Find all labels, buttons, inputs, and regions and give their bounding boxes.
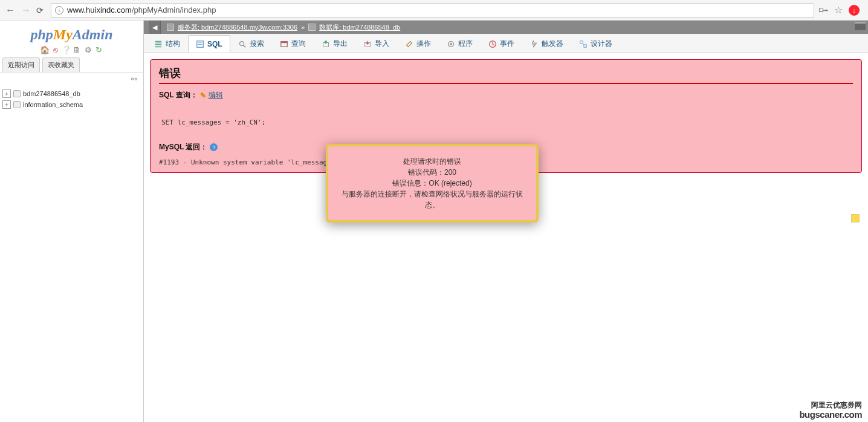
dialog-line: 错误信息：OK (rejected) bbox=[339, 178, 525, 189]
search-icon bbox=[238, 40, 247, 48]
branding-line1: 阿里云优惠券网 bbox=[799, 401, 862, 409]
home-icon[interactable]: 🏠 bbox=[40, 45, 49, 54]
extension-icon[interactable]: ↓ bbox=[849, 5, 860, 16]
svg-rect-16 bbox=[584, 44, 586, 47]
bookmark-icon[interactable] bbox=[851, 214, 860, 222]
database-icon bbox=[13, 101, 21, 108]
sql-icon[interactable]: 🗎 bbox=[73, 45, 82, 54]
svg-rect-15 bbox=[580, 41, 582, 43]
database-icon bbox=[308, 24, 316, 31]
server-icon bbox=[167, 24, 174, 31]
tab-export[interactable]: 导出 bbox=[314, 35, 355, 53]
breadcrumb-database[interactable]: 数据库: bdm274886548_db bbox=[319, 23, 400, 32]
docs-icon[interactable]: ❔ bbox=[62, 45, 71, 54]
mysql-return-label: MySQL 返回： bbox=[159, 142, 207, 152]
svg-rect-4 bbox=[198, 42, 202, 43]
tab-query[interactable]: 查询 bbox=[272, 35, 314, 53]
breadcrumb-sep: » bbox=[301, 24, 305, 31]
breadcrumb-server[interactable]: 服务器: bdm274886548.my3w.com:3306 bbox=[178, 23, 297, 32]
triggers-icon bbox=[530, 40, 539, 48]
sidebar-tab-favorites[interactable]: 表收藏夹 bbox=[42, 57, 80, 72]
db-tree: + bdm274886548_db + information_schema bbox=[0, 86, 143, 112]
browser-toolbar: ← → ⟳ i www.huixindc.com/phpMyAdmin/inde… bbox=[0, 0, 868, 21]
tab-search[interactable]: 搜索 bbox=[230, 35, 272, 53]
sidebar-tab-recent[interactable]: 近期访问 bbox=[2, 57, 40, 72]
help-icon[interactable]: ? bbox=[210, 143, 218, 151]
settings-icon[interactable]: ⚙ bbox=[84, 45, 92, 54]
branding-line2: bugscaner.com bbox=[799, 410, 862, 420]
error-dialog: 处理请求时的错误 错误代码：200 错误信息：OK (rejected) 与服务… bbox=[326, 144, 539, 222]
sidebar-tabs: 近期访问 表收藏夹 bbox=[0, 57, 143, 73]
sql-query-row: SQL 查询： ✎ 编辑 bbox=[159, 90, 853, 100]
designer-icon bbox=[579, 40, 588, 48]
import-icon bbox=[363, 40, 372, 48]
link-icon[interactable]: ⚯ bbox=[0, 73, 143, 86]
collapse-top-button[interactable] bbox=[855, 22, 866, 30]
reload-button[interactable]: ⟳ bbox=[36, 5, 46, 15]
edit-icon: ✎ bbox=[200, 91, 206, 100]
operations-icon bbox=[405, 40, 413, 48]
tab-import[interactable]: 导入 bbox=[355, 35, 397, 53]
dialog-line: 错误代码：200 bbox=[339, 167, 525, 178]
tab-routines[interactable]: 程序 bbox=[439, 35, 481, 53]
bookmark-star-icon[interactable]: ☆ bbox=[834, 4, 843, 16]
export-icon bbox=[322, 40, 330, 48]
events-icon bbox=[488, 40, 497, 48]
expand-icon[interactable]: + bbox=[2, 89, 11, 98]
site-info-icon[interactable]: i bbox=[55, 6, 63, 15]
sidebar-quick-icons: 🏠 ⎋ ❔ 🗎 ⚙ ↻ bbox=[0, 45, 143, 57]
tab-sql[interactable]: SQL bbox=[188, 35, 230, 53]
structure-icon bbox=[154, 40, 163, 48]
tab-designer[interactable]: 设计器 bbox=[571, 35, 620, 53]
error-title: 错误 bbox=[159, 66, 853, 84]
svg-rect-0 bbox=[155, 41, 162, 42]
server-breadcrumb: ◀ 服务器: bdm274886548.my3w.com:3306 » 数据库:… bbox=[144, 21, 868, 34]
routines-icon bbox=[447, 40, 455, 48]
url-text: www.huixindc.com/phpMyAdmin/index.php bbox=[67, 5, 216, 15]
tree-item-label: information_schema bbox=[23, 101, 83, 108]
svg-rect-5 bbox=[198, 44, 202, 45]
phpmyadmin-logo[interactable]: phpMyAdmin bbox=[0, 21, 143, 45]
svg-rect-9 bbox=[280, 41, 287, 43]
sql-query-label: SQL 查询： bbox=[159, 90, 198, 100]
svg-line-17 bbox=[583, 44, 584, 45]
back-button[interactable]: ← bbox=[5, 5, 16, 16]
svg-point-13 bbox=[450, 43, 452, 45]
sidebar: phpMyAdmin 🏠 ⎋ ❔ 🗎 ⚙ ↻ 近期访问 表收藏夹 ⚯ + bdm… bbox=[0, 21, 144, 422]
tab-events[interactable]: 事件 bbox=[481, 35, 522, 53]
url-bar[interactable]: i www.huixindc.com/phpMyAdmin/index.php bbox=[51, 3, 814, 18]
collapse-sidebar-button[interactable]: ◀ bbox=[149, 21, 161, 34]
svg-line-7 bbox=[243, 45, 245, 47]
logout-icon[interactable]: ⎋ bbox=[51, 45, 60, 54]
reload-nav-icon[interactable]: ↻ bbox=[95, 45, 103, 54]
sql-code: SET lc_messages = 'zh_CN'; bbox=[159, 100, 853, 138]
svg-rect-1 bbox=[155, 44, 162, 45]
tab-triggers[interactable]: 触发器 bbox=[522, 35, 571, 53]
branding: 阿里云优惠券网 bugscaner.com bbox=[799, 401, 862, 420]
svg-point-6 bbox=[239, 41, 244, 45]
browser-right-icons: ⌑┉ ☆ ↓ bbox=[819, 4, 863, 16]
tree-item-db2[interactable]: + information_schema bbox=[2, 99, 141, 110]
dialog-line: 处理请求时的错误 bbox=[339, 156, 525, 167]
tree-item-db1[interactable]: + bdm274886548_db bbox=[2, 88, 141, 99]
main-tabs: 结构 SQL 搜索 查询 导出 导入 操作 程序 事件 触发器 设计器 bbox=[144, 34, 868, 53]
expand-icon[interactable]: + bbox=[2, 100, 11, 109]
svg-rect-2 bbox=[155, 46, 162, 47]
sql-icon bbox=[196, 40, 204, 48]
forward-button[interactable]: → bbox=[21, 5, 31, 16]
database-icon bbox=[13, 90, 21, 97]
tab-structure[interactable]: 结构 bbox=[146, 35, 188, 53]
tab-operations[interactable]: 操作 bbox=[397, 35, 439, 53]
edit-link[interactable]: 编辑 bbox=[209, 90, 223, 100]
key-icon[interactable]: ⌑┉ bbox=[819, 5, 828, 15]
tree-item-label: bdm274886548_db bbox=[23, 90, 80, 97]
dialog-line: 与服务器的连接断开，请检查网络状况与服务器的运行状态。 bbox=[339, 189, 525, 210]
query-icon bbox=[280, 40, 288, 48]
